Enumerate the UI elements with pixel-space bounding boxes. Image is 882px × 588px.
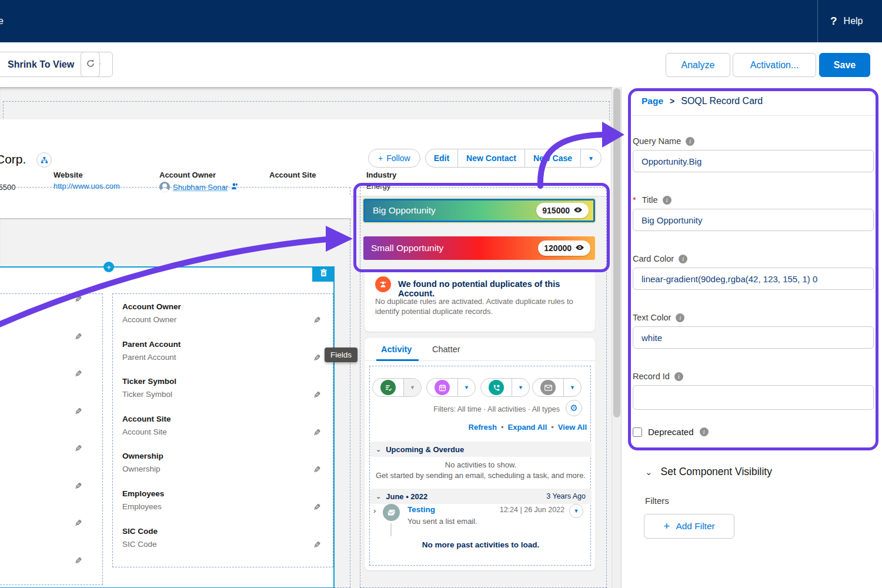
filter-settings-button[interactable]: ⚙ [566, 400, 582, 416]
edit-field-icon[interactable]: ✎ [313, 540, 321, 550]
view-all-link[interactable]: View All [558, 423, 587, 432]
title-input[interactable] [633, 209, 874, 231]
edit-field-icon[interactable]: ✎ [75, 332, 82, 369]
no-more-activities-text: No more past activities to load. [370, 540, 592, 549]
new-contact-button[interactable]: New Contact [457, 149, 524, 167]
caret-down-icon: ▼ [574, 508, 579, 514]
edit-field-icon[interactable]: ✎ [313, 353, 321, 363]
edit-field-icon[interactable]: ✎ [75, 369, 82, 406]
scrollbar-thumb[interactable] [613, 88, 620, 417]
component-visibility-section[interactable]: ⌄ Set Component Visibility [645, 466, 772, 478]
more-actions-caret[interactable]: ▼ [580, 149, 601, 167]
follow-button[interactable]: + Follow [368, 149, 420, 168]
website-label: Website [54, 171, 120, 179]
new-case-button[interactable]: New Case [524, 149, 580, 167]
edit-field-icon[interactable]: ✎ [313, 390, 321, 400]
field-label: Parent Account [122, 340, 325, 349]
new-event-button[interactable]: ▼ [426, 378, 476, 397]
record-tabbar [0, 195, 351, 219]
record-action-group: Edit New Contact New Case ▼ [425, 149, 602, 168]
chevron-right-icon[interactable]: › [373, 506, 376, 515]
card-color-input[interactable] [633, 268, 874, 290]
timeline-connector [390, 523, 392, 536]
event-caret[interactable]: ▼ [457, 379, 475, 396]
edit-field-icon[interactable]: ✎ [75, 556, 82, 588]
edit-field-icon[interactable]: ✎ [313, 502, 321, 513]
edit-field-icon[interactable]: ✎ [75, 443, 82, 481]
edit-field-icon[interactable]: ✎ [75, 406, 82, 444]
query-name-input[interactable] [633, 150, 874, 172]
edit-button[interactable]: Edit [426, 149, 457, 167]
refresh-link[interactable]: Refresh [469, 423, 497, 432]
edit-field-icon[interactable]: ✎ [75, 294, 82, 332]
info-icon[interactable]: i [663, 196, 671, 205]
help-menu[interactable]: ? Help [830, 15, 863, 28]
activity-tabbar: Activity Chatter [365, 338, 595, 361]
add-component-icon[interactable]: + [103, 262, 114, 272]
field-row: Account Owner Account Owner ✎ [122, 302, 325, 324]
task-caret[interactable]: ▼ [403, 379, 421, 396]
email-button[interactable]: ▼ [532, 378, 582, 397]
log-call-button[interactable]: ▼ [480, 378, 530, 397]
section-title: Upcoming & Overdue [386, 445, 464, 454]
field-row: SIC Code SIC Code ✎ [122, 527, 325, 549]
field-value: Ticker Symbol [122, 390, 325, 399]
expand-all-link[interactable]: Expand All [508, 423, 547, 432]
amount-pill: 915000 [536, 203, 589, 218]
soql-card-small-opportunity[interactable]: Small Opportunity 120000 [363, 236, 595, 260]
tab-chatter[interactable]: Chatter [432, 345, 460, 354]
activation-button[interactable]: Activation... [733, 53, 816, 77]
breadcrumb-page-link[interactable]: Page [642, 96, 663, 106]
fields-left-column: ✎ ✎ ✎ ✎ ✎ ✎ ✎ ✎ [0, 293, 103, 585]
top-navigation-bar: e ? Help [0, 0, 882, 42]
edit-field-icon[interactable]: ✎ [313, 427, 321, 438]
field-label: Card Color [633, 254, 674, 263]
eye-icon[interactable] [573, 206, 583, 215]
eye-icon[interactable] [575, 243, 584, 253]
fields-right-column: Account Owner Account Owner ✎ Parent Acc… [112, 293, 333, 567]
edit-field-icon[interactable]: ✎ [313, 315, 321, 326]
delete-component-button[interactable] [312, 266, 335, 282]
account-site-field: Account Site [269, 171, 316, 179]
account-owner-label: Account Owner [159, 171, 238, 179]
save-button[interactable]: Save [819, 53, 870, 77]
record-id-label-row: Record Id i [633, 372, 683, 381]
hierarchy-icon[interactable] [36, 152, 52, 168]
section-age: 3 Years Ago [546, 492, 586, 500]
canvas-scrollbar[interactable] [612, 87, 621, 588]
call-caret[interactable]: ▼ [512, 379, 529, 396]
new-task-button[interactable]: ▼ [372, 378, 422, 397]
fields-component-selected[interactable]: + ✎ ✎ ✎ ✎ ✎ ✎ ✎ ✎ [0, 266, 335, 588]
add-filter-button[interactable]: + Add Filter [644, 514, 734, 539]
record-id-input[interactable] [633, 385, 874, 410]
info-icon[interactable]: i [676, 313, 684, 322]
info-icon[interactable]: i [674, 372, 683, 381]
deprecated-checkbox[interactable] [633, 427, 642, 437]
upcoming-overdue-section[interactable]: ⌄ Upcoming & Overdue [370, 442, 592, 457]
plus-icon: + [378, 153, 383, 163]
highlights-panel: Corp. + Follow Edit New Contact New Case… [0, 119, 610, 196]
email-caret[interactable]: ▼ [563, 379, 581, 396]
month-section[interactable]: ⌄ June • 2022 3 Years Ago [370, 489, 592, 504]
analyze-button[interactable]: Analyze [666, 53, 730, 77]
edit-field-icon[interactable]: ✎ [313, 465, 321, 475]
text-color-input[interactable] [633, 326, 874, 349]
list-email-icon [383, 504, 400, 521]
refresh-button[interactable] [81, 52, 100, 77]
activity-item-menu[interactable]: ▼ [569, 504, 583, 518]
activity-item-link[interactable]: Testing [407, 505, 435, 514]
gear-icon: ⚙ [570, 403, 577, 413]
chevron-down-icon: ⌄ [376, 493, 381, 500]
edit-field-icon[interactable]: ✎ [75, 481, 82, 519]
filters-label: Filters [645, 496, 669, 506]
info-icon[interactable]: i [679, 255, 687, 263]
industry-label: Industry [366, 171, 396, 179]
visibility-title: Set Component Visibility [661, 466, 772, 478]
info-icon[interactable]: i [686, 137, 694, 146]
field-value: Account Site [122, 427, 325, 436]
tab-activity[interactable]: Activity [381, 345, 412, 354]
soql-card-big-opportunity[interactable]: Big Opportunity 915000 [363, 199, 595, 222]
duplicates-title: We found no potential duplicates of this… [398, 279, 595, 298]
edit-field-icon[interactable]: ✎ [75, 518, 82, 556]
info-icon[interactable]: i [700, 427, 709, 436]
